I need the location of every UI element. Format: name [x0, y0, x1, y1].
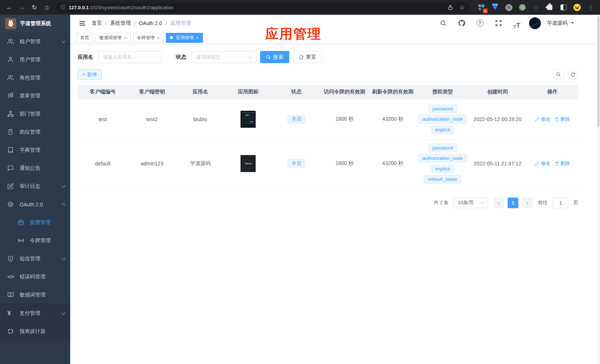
- sidebar-item-post[interactable]: 岗位管理: [0, 123, 70, 141]
- book-icon: [7, 147, 14, 153]
- avatar[interactable]: [529, 17, 541, 29]
- fullscreen-icon[interactable]: [492, 17, 505, 30]
- refresh-table-button[interactable]: [567, 69, 578, 80]
- chevron-up-icon: [61, 203, 65, 207]
- scrollbar[interactable]: [597, 15, 600, 364]
- shield-check-icon: [7, 255, 14, 262]
- username-label[interactable]: 芋道源码: [547, 20, 567, 27]
- tab-home[interactable]: 首页: [76, 33, 93, 43]
- grant-tag: refresh_token: [424, 175, 461, 184]
- page-number-button[interactable]: 1: [508, 198, 518, 208]
- browser-back-button[interactable]: ←: [4, 2, 15, 13]
- search-form: 应用名 状态 请选择状态 搜索 重置: [78, 51, 578, 63]
- browser-forward-button[interactable]: →: [16, 2, 27, 13]
- font-size-icon[interactable]: TT: [511, 17, 523, 30]
- app-name-input[interactable]: [98, 51, 162, 63]
- tags-view-bar: 首页 敏感词管理 × 令牌管理 × 应用管理 ×: [70, 31, 600, 44]
- sidebar-item-report-designer[interactable]: 报表设计器: [0, 322, 70, 340]
- close-icon[interactable]: ×: [124, 35, 127, 41]
- edit-log-icon: [7, 183, 14, 189]
- breadcrumb-system[interactable]: 系统管理: [110, 20, 131, 27]
- dark-reader-icon[interactable]: [559, 3, 567, 11]
- bookmark-star-icon[interactable]: ☆: [459, 4, 465, 11]
- help-icon[interactable]: ?: [474, 17, 486, 30]
- sidebar-item-errcode[interactable]: </> 错误码管理: [0, 268, 70, 286]
- cell-created-at: 2022-05-12 00:28:20: [468, 99, 527, 140]
- sidebar-item-oauth-token[interactable]: 令牌管理: [0, 231, 70, 250]
- status-select[interactable]: 请选择状态: [191, 51, 256, 63]
- toggle-search-button[interactable]: [553, 69, 564, 80]
- tab-token-manage[interactable]: 令牌管理 ×: [133, 33, 164, 43]
- sidebar-item-menu[interactable]: 菜单管理: [0, 87, 70, 105]
- grant-tag: password: [428, 144, 457, 152]
- tab-sensitive-words[interactable]: 敏感词管理 ×: [95, 33, 131, 43]
- add-button[interactable]: + 新增: [78, 69, 102, 80]
- user-group-icon: [7, 75, 14, 81]
- github-icon[interactable]: [455, 17, 468, 30]
- browser-home-button[interactable]: ⌂: [41, 2, 52, 13]
- profile-avatar-icon[interactable]: [573, 3, 581, 11]
- search-button[interactable]: 搜索: [260, 51, 289, 63]
- extension-gem-icon[interactable]: [491, 3, 499, 11]
- app-name-label: 应用名: [78, 54, 93, 61]
- sidebar-item-sms[interactable]: 短信管理: [0, 250, 70, 268]
- breadcrumb: 首页 / 系统管理 / OAuth 2.0 / 应用管理: [92, 20, 191, 27]
- sidebar-item-notice[interactable]: 通知公告: [0, 159, 70, 177]
- chevron-down-icon: [481, 200, 485, 204]
- delete-link[interactable]: 删除: [555, 116, 570, 123]
- grant-tag: implicit: [431, 165, 454, 174]
- table-toolbar: + 新增: [78, 69, 578, 80]
- goto-page-input[interactable]: [553, 198, 568, 208]
- cell-client-secret: test2: [128, 99, 176, 140]
- col-refresh-ttl: 刷新令牌的有效期: [369, 85, 417, 99]
- url-host: 127.0.0.1: [69, 5, 89, 10]
- extensions-puzzle-icon[interactable]: [546, 3, 554, 11]
- plus-icon: +: [82, 72, 85, 77]
- user-menu-caret-icon[interactable]: [571, 22, 574, 24]
- tab-application-manage[interactable]: 应用管理 ×: [166, 33, 203, 43]
- delete-link[interactable]: 删除: [555, 160, 570, 167]
- page-size-select[interactable]: 10条/页: [454, 198, 488, 208]
- close-icon[interactable]: ×: [157, 35, 160, 41]
- content-header: 首页 / 系统管理 / OAuth 2.0 / 应用管理 ?: [70, 15, 600, 31]
- extension-star-icon[interactable]: ☆: [532, 3, 540, 11]
- col-app-icon: 应用图标: [224, 85, 272, 99]
- edit-link[interactable]: 修改: [535, 160, 550, 167]
- app-icon-thumbnail: GitHub: [241, 155, 256, 172]
- sidebar-item-oauth-application[interactable]: 应用管理: [0, 213, 70, 231]
- close-icon[interactable]: ×: [196, 35, 199, 41]
- sidebar-item-payment[interactable]: ¥ 支付管理: [0, 304, 70, 322]
- sidebar-item-user[interactable]: 用户管理: [0, 51, 70, 69]
- sidebar-item-tenant[interactable]: 租户管理: [0, 32, 70, 51]
- browser-reload-button[interactable]: ↻: [29, 2, 40, 13]
- next-page-button[interactable]: ›: [522, 198, 533, 208]
- sidebar-item-audit-log[interactable]: 审计日志: [0, 177, 70, 195]
- share-icon[interactable]: [447, 4, 453, 10]
- cell-refresh-ttl: 43200 秒: [369, 140, 417, 188]
- cell-access-ttl: 1800 秒: [321, 140, 369, 188]
- chevron-down-icon: [61, 183, 65, 188]
- sidebar-item-sensitive-words[interactable]: 敏感词管理: [0, 286, 70, 304]
- extension-command-icon[interactable]: ⌘: [505, 3, 513, 11]
- sidebar-item-dict[interactable]: 字典管理: [0, 141, 70, 159]
- sidebar-menu: 租户管理 用户管理 角色管理 菜单管理 部门管理 岗位管理: [0, 32, 70, 364]
- sidebar-item-oauth[interactable]: OAuth 2.0: [0, 195, 70, 213]
- extension-recorder-icon[interactable]: [518, 3, 526, 11]
- sidebar-item-role[interactable]: 角色管理: [0, 69, 70, 87]
- prev-page-button[interactable]: ‹: [493, 198, 504, 208]
- sidebar: 芋道管理系统 租户管理 用户管理 角色管理 菜单管理 部: [0, 15, 70, 364]
- edit-link[interactable]: 修改: [535, 116, 550, 123]
- sidebar-item-dept[interactable]: 部门管理: [0, 105, 70, 123]
- address-bar[interactable]: ⓘ 127.0.0.1:1024/system/oauth2/oauth2/ap…: [56, 2, 469, 13]
- breadcrumb-oauth[interactable]: OAuth 2.0: [139, 20, 162, 26]
- reset-button[interactable]: 重置: [293, 51, 322, 63]
- browser-menu-icon[interactable]: ⋮: [587, 3, 595, 11]
- breadcrumb-home[interactable]: 首页: [92, 20, 102, 27]
- app-logo-row[interactable]: 芋道管理系统: [0, 15, 70, 32]
- sidebar-collapse-icon[interactable]: [79, 20, 86, 26]
- extension-grid-icon[interactable]: 9: [477, 3, 485, 11]
- search-icon[interactable]: [437, 17, 449, 30]
- code-icon: </>: [7, 274, 16, 279]
- id-badge-icon: [7, 129, 14, 135]
- site-info-icon[interactable]: ⓘ: [61, 4, 65, 11]
